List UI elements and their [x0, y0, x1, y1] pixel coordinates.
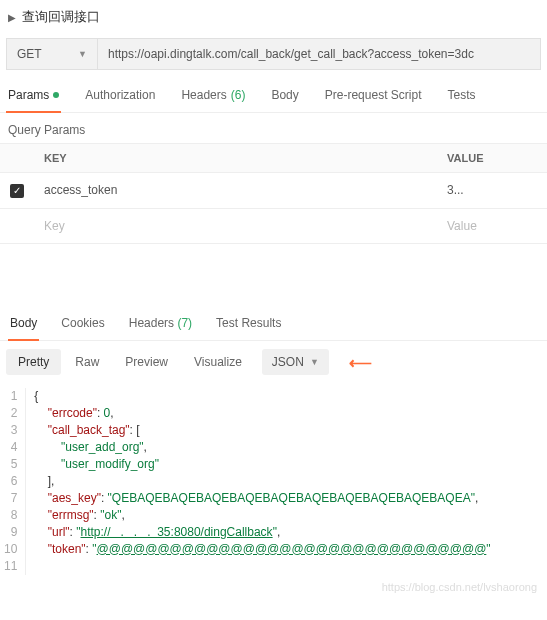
resp-tab-headers[interactable]: Headers (7)	[127, 310, 194, 340]
http-method-value: GET	[17, 47, 42, 61]
param-value[interactable]: 3...	[437, 173, 547, 209]
tab-tests[interactable]: Tests	[445, 80, 477, 112]
resp-tab-cookies[interactable]: Cookies	[59, 310, 106, 340]
response-type-select[interactable]: JSON ▼	[262, 349, 329, 375]
col-key: KEY	[34, 144, 437, 173]
response-view-bar: Pretty Raw Preview Visualize JSON ▼ ⟵	[0, 341, 547, 384]
tab-body[interactable]: Body	[269, 80, 300, 112]
request-title: 查询回调接口	[22, 8, 100, 26]
param-value-placeholder[interactable]: Value	[437, 208, 547, 243]
wrap-lines-icon[interactable]: ⟵	[343, 349, 378, 376]
col-check	[0, 144, 34, 173]
watermark: https://blog.csdn.net/lvshaorong	[0, 581, 547, 593]
resp-tab-body[interactable]: Body	[8, 310, 39, 340]
request-bar: GET ▼ https://oapi.dingtalk.com/call_bac…	[6, 38, 541, 70]
url-input[interactable]: https://oapi.dingtalk.com/call_back/get_…	[98, 38, 541, 70]
query-params-title: Query Params	[0, 113, 547, 143]
query-params-table: KEY VALUE ✓ access_token 3... Key Value	[0, 143, 547, 244]
param-key[interactable]: access_token	[34, 173, 437, 209]
response-tabs: Body Cookies Headers (7) Test Results	[0, 304, 547, 341]
view-pretty[interactable]: Pretty	[6, 349, 61, 375]
view-raw[interactable]: Raw	[63, 349, 111, 375]
request-section-header[interactable]: ▶ 查询回调接口	[0, 0, 547, 34]
table-row[interactable]: ✓ access_token 3...	[0, 173, 547, 209]
tab-prerequest[interactable]: Pre-request Script	[323, 80, 424, 112]
response-body-code[interactable]: 1234567891011 { "errcode": 0, "call_back…	[0, 384, 547, 585]
checkbox-checked-icon[interactable]: ✓	[10, 184, 24, 198]
tab-params[interactable]: Params	[6, 80, 61, 112]
param-key-placeholder[interactable]: Key	[34, 208, 437, 243]
resp-tab-testresults[interactable]: Test Results	[214, 310, 283, 340]
params-active-dot-icon	[53, 92, 59, 98]
chevron-down-icon: ▼	[310, 357, 319, 367]
request-tabs: Params Authorization Headers (6) Body Pr…	[0, 80, 547, 113]
json-content: { "errcode": 0, "call_back_tag": [ "user…	[34, 388, 490, 575]
http-method-select[interactable]: GET ▼	[6, 38, 98, 70]
col-value: VALUE	[437, 144, 547, 173]
tab-headers[interactable]: Headers (6)	[179, 80, 247, 112]
table-row-new[interactable]: Key Value	[0, 208, 547, 243]
view-preview[interactable]: Preview	[113, 349, 180, 375]
line-gutter: 1234567891011	[0, 388, 26, 575]
collapse-triangle-icon: ▶	[8, 12, 16, 23]
view-visualize[interactable]: Visualize	[182, 349, 254, 375]
chevron-down-icon: ▼	[78, 49, 87, 59]
tab-authorization[interactable]: Authorization	[83, 80, 157, 112]
